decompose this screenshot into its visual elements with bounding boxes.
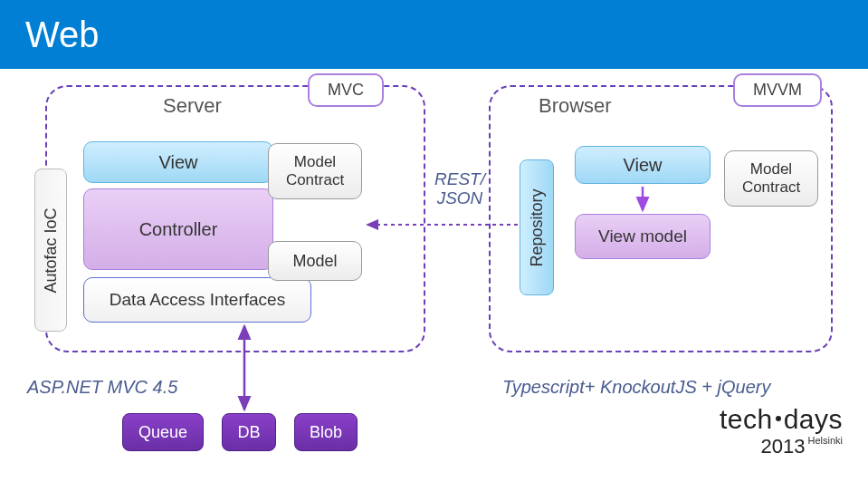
logo-year: 2013 xyxy=(761,435,806,458)
mvc-badge: MVC xyxy=(308,73,384,107)
queue-storage-block: Queue xyxy=(122,413,204,451)
browser-label: Browser xyxy=(539,94,612,118)
logo-tech: tech xyxy=(720,404,773,434)
repository-block: Repository xyxy=(520,159,554,295)
logo-days: days xyxy=(784,404,843,434)
autofac-ioc-label: Autofac IoC xyxy=(42,207,61,293)
rest-json-text: REST/ JSON xyxy=(434,169,485,207)
rest-json-label: REST/ JSON xyxy=(434,170,485,208)
logo-city: Helsinki xyxy=(807,435,843,446)
server-view-block: View xyxy=(83,141,273,183)
db-storage-block: DB xyxy=(222,413,276,451)
browser-model-contract-block: Model Contract xyxy=(724,150,818,207)
server-model-block: Model xyxy=(268,241,362,281)
repository-label: Repository xyxy=(528,188,547,266)
browser-model-contract-label: Model Contract xyxy=(742,160,800,196)
techdays-logo: techdays 2013Helsinki xyxy=(720,404,843,458)
typescript-caption: Typescript+ KnockoutJS + jQuery xyxy=(502,377,770,398)
data-access-interfaces-block: Data Access Interfaces xyxy=(83,277,311,323)
blob-storage-block: Blob xyxy=(294,413,358,451)
server-label: Server xyxy=(163,94,222,118)
view-model-block: View model xyxy=(575,214,711,259)
browser-view-block: View xyxy=(575,146,711,184)
logo-line1: techdays xyxy=(720,404,843,435)
logo-dot-icon xyxy=(776,416,781,421)
controller-block: Controller xyxy=(83,188,273,270)
header-bar: Web xyxy=(0,0,868,69)
server-model-contract-block: Model Contract xyxy=(268,143,362,199)
mvvm-badge: MVVM xyxy=(733,73,822,107)
page-title: Web xyxy=(25,14,100,55)
aspnet-caption: ASP.NET MVC 4.5 xyxy=(27,377,177,398)
autofac-ioc-block: Autofac IoC xyxy=(34,169,67,332)
diagram-stage: Server Browser MVC MVVM Autofac IoC View… xyxy=(0,69,868,468)
logo-line2: 2013Helsinki xyxy=(720,435,843,458)
server-model-contract-label: Model Contract xyxy=(286,153,344,188)
